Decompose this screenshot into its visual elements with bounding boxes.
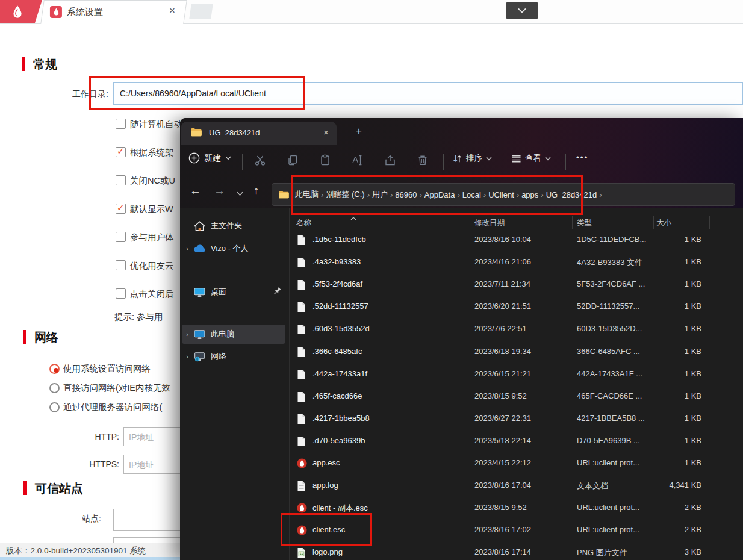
breadcrumb-item[interactable]: apps — [521, 190, 538, 199]
file-icon — [297, 279, 307, 290]
breadcrumb-chevron-icon[interactable]: › — [597, 190, 604, 199]
checkbox[interactable] — [116, 288, 126, 299]
section-bar-trusted — [23, 481, 27, 495]
file-row[interactable]: .4217-1bbea5b82023/6/27 22:314217-1BBEA5… — [291, 408, 741, 430]
address-bar[interactable]: 此电脑›别瞎整 (C:)›用户›86960›AppData›Local›UCli… — [272, 183, 735, 206]
explorer-tab-close-icon[interactable]: × — [323, 127, 329, 137]
file-row[interactable]: .52dd-111325572023/6/20 21:5152DD-111325… — [291, 296, 741, 318]
breadcrumb-chevron-icon[interactable]: › — [481, 190, 488, 199]
file-row[interactable]: client - 副本.esc2023/8/15 9:52URL:uclient… — [291, 497, 741, 519]
file-row[interactable]: .366c-6485afc2023/6/18 19:34366C-6485AFC… — [291, 341, 741, 363]
app-logo-tab[interactable] — [0, 0, 35, 23]
sidebar-item-4[interactable]: ›此电脑 — [182, 325, 285, 344]
file-row[interactable]: .465f-cacd66e2023/8/15 9:52465F-CACD66E … — [291, 385, 741, 408]
column-separator[interactable] — [470, 216, 470, 229]
drop-logo-icon — [11, 5, 23, 22]
breadcrumb-chevron-icon[interactable]: › — [538, 190, 546, 199]
checkbox[interactable] — [116, 232, 126, 242]
expand-chevron-icon[interactable]: › — [182, 331, 193, 338]
tab-close-icon[interactable]: × — [169, 5, 175, 17]
sidebar-item-2[interactable]: ›Vizo - 个人 — [182, 239, 285, 258]
scissors-icon[interactable] — [253, 154, 267, 167]
sort-button[interactable]: 排序 — [452, 153, 492, 164]
breadcrumb-chevron-icon[interactable]: › — [388, 190, 395, 199]
view-button[interactable]: 查看 — [511, 153, 551, 164]
inactive-tab-stub[interactable] — [189, 4, 213, 19]
file-name: app.esc — [312, 458, 340, 467]
column-header-2[interactable]: 修改日期 — [474, 218, 505, 228]
paste-icon[interactable] — [319, 154, 332, 167]
radio-button[interactable] — [49, 402, 60, 412]
file-name: .4217-1bbea5b8 — [312, 414, 370, 423]
breadcrumb-item[interactable]: 别瞎整 (C:) — [326, 189, 364, 200]
copy-icon[interactable] — [286, 154, 299, 167]
file-row[interactable]: client.esc2023/8/16 17:02URL:uclient pro… — [291, 519, 741, 541]
sidebar-item-1[interactable]: 主文件夹 — [182, 216, 285, 235]
column-header-3[interactable]: 类型 — [577, 218, 592, 228]
file-row[interactable]: .1d5c-11dedfcb2023/8/16 10:041D5C-11DEDF… — [291, 229, 741, 251]
radio-row[interactable]: 使用系统设置访问网络 — [49, 364, 188, 375]
checkbox[interactable]: ✓ — [116, 147, 126, 157]
radio-button[interactable] — [49, 364, 60, 374]
file-row[interactable]: logo.png2023/8/16 17:14PNG 图片文件3 KB — [291, 541, 741, 560]
rename-icon[interactable] — [351, 154, 364, 167]
breadcrumb-item[interactable]: 用户 — [372, 189, 388, 200]
radio-row[interactable]: 直接访问网络(对IE内核无效 — [49, 383, 188, 394]
breadcrumb-item[interactable]: 86960 — [395, 190, 417, 199]
back-icon[interactable]: ← — [190, 184, 201, 198]
file-row[interactable]: .442a-17433a1f2023/6/15 21:21442A-17433A… — [291, 363, 741, 385]
sidebar-item-label: 此电脑 — [211, 329, 234, 340]
checkbox[interactable] — [116, 119, 126, 129]
tab-system-settings[interactable]: 系统设置 × — [40, 0, 187, 24]
sidebar-item-5[interactable]: ›网络 — [182, 347, 285, 366]
share-icon[interactable] — [384, 154, 397, 167]
history-chevron-icon[interactable] — [237, 188, 243, 199]
breadcrumb-chevron-icon[interactable]: › — [365, 190, 372, 199]
breadcrumb-item[interactable]: 此电脑 — [295, 189, 319, 200]
folder-icon — [278, 190, 289, 199]
file-name: .60d3-15d3552d — [312, 324, 370, 333]
forward-icon[interactable]: → — [214, 184, 225, 198]
breadcrumb-item[interactable]: UClient — [488, 190, 514, 199]
radio-row[interactable]: 通过代理服务器访问网络( — [49, 402, 188, 413]
breadcrumb-chevron-icon[interactable]: › — [514, 190, 521, 199]
checkbox[interactable] — [116, 175, 126, 185]
up-icon[interactable]: ↑ — [253, 184, 260, 198]
new-button[interactable]: 新建 — [188, 152, 231, 164]
breadcrumb-chevron-icon[interactable]: › — [319, 190, 326, 199]
sidebar-item-3[interactable]: 桌面 — [182, 282, 285, 302]
breadcrumb-chevron-icon[interactable]: › — [455, 190, 462, 199]
expand-chevron-icon[interactable]: › — [182, 245, 193, 252]
sidebar-item-label: 主文件夹 — [211, 220, 242, 231]
sidebar-separator — [185, 266, 281, 266]
workdir-input[interactable]: C:/Users/86960/AppData/Local/UClient — [113, 82, 743, 105]
trash-icon[interactable] — [416, 154, 429, 167]
checkbox[interactable] — [116, 260, 126, 270]
column-separator[interactable] — [709, 216, 710, 229]
breadcrumb-item[interactable]: UG_28d3421d — [546, 190, 597, 199]
window-dropdown-button[interactable] — [506, 2, 538, 19]
breadcrumb-chevron-icon[interactable]: › — [417, 190, 424, 199]
checkbox[interactable]: ✓ — [116, 204, 126, 214]
expand-chevron-icon[interactable]: › — [182, 353, 193, 360]
new-tab-button[interactable]: + — [356, 125, 362, 137]
file-size: 4,341 KB — [626, 481, 701, 490]
column-separator[interactable] — [653, 216, 654, 229]
file-row[interactable]: .5f53-2f4cd6af2023/7/11 21:345F53-2F4CD6… — [291, 273, 741, 296]
breadcrumb-item[interactable]: Local — [462, 190, 481, 199]
file-row[interactable]: .d70-5ea9639b2023/5/18 22:14D70-5EA9639B… — [291, 430, 741, 452]
column-header-1[interactable]: 名称 — [296, 218, 311, 228]
file-row[interactable]: .60d3-15d3552d2023/7/6 22:5160D3-15D3552… — [291, 318, 741, 340]
file-row[interactable]: app.log2023/8/16 17:04文本文档4,341 KB — [291, 474, 741, 497]
breadcrumb-item[interactable]: AppData — [424, 190, 455, 199]
file-size: 3 KB — [626, 547, 701, 556]
file-row[interactable]: .4a32-b933832023/4/16 21:064A32-B93383 文… — [291, 251, 741, 273]
column-header-4[interactable]: 大小 — [656, 218, 671, 228]
file-icon — [297, 302, 307, 312]
more-options-button[interactable]: ••• — [576, 153, 588, 162]
chevron-down-icon — [486, 157, 492, 161]
file-row[interactable]: app.esc2023/4/15 22:12URL:uclient prot..… — [291, 452, 741, 474]
radio-button[interactable] — [49, 383, 60, 393]
explorer-tab[interactable]: UG_28d3421d × — [181, 122, 337, 145]
column-separator[interactable] — [572, 216, 573, 229]
